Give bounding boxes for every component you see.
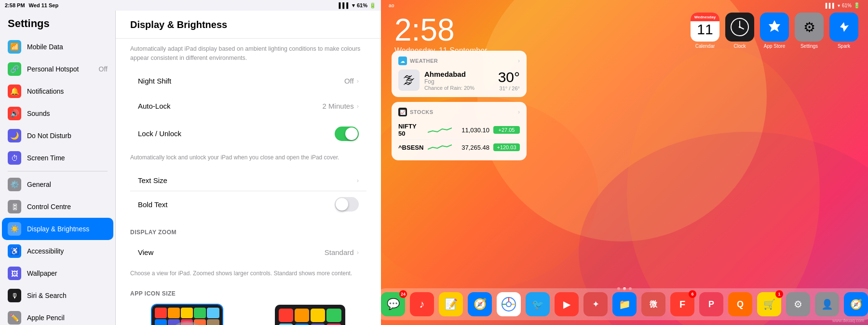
bigger-preview xyxy=(274,304,346,325)
stock-change-nifty: +27.05 xyxy=(493,126,520,134)
sidebar-label-notifications: Notifications xyxy=(27,87,108,95)
dock-app-appstore[interactable]: App Store xyxy=(760,13,789,49)
do-not-disturb-icon: 🌙 xyxy=(8,129,21,142)
dock-twitter[interactable]: 🐦 xyxy=(526,292,550,316)
dock-messages[interactable]: 💬 24 xyxy=(381,292,405,316)
sidebar-item-control-centre[interactable]: 🎛 Control Centre xyxy=(0,196,115,218)
auto-lock-label: Auto-Lock xyxy=(138,102,323,110)
dock-youtube[interactable]: ▶ xyxy=(555,292,579,316)
notes-icon: 📝 xyxy=(445,298,458,311)
qr-icon: Q xyxy=(737,299,744,310)
notifications-icon: 🔔 xyxy=(8,85,21,98)
bold-text-label: Bold Text xyxy=(138,200,335,209)
contacts-icon: 👤 xyxy=(821,298,833,310)
view-row[interactable]: View Standard › xyxy=(130,241,366,263)
stock-name-bsesn: ^BSESN xyxy=(398,144,424,151)
app-icon-option-bigger[interactable]: Bigger xyxy=(253,304,366,325)
auto-lock-row[interactable]: Auto-Lock 2 Minutes › xyxy=(130,96,366,117)
dock-qr[interactable]: Q xyxy=(728,292,752,316)
weather-widget-title: WEATHER xyxy=(410,58,515,64)
dock-safari-2[interactable]: 🧭 xyxy=(844,292,868,316)
stocks-widget[interactable]: 📈 STOCKS › NIFTY 50 11,030.10 +27.05 ^BS… xyxy=(392,102,527,160)
settings-status-bar: 2:58 PM Wed 11 Sep ▌▌▌ ▾ 61% 🔋 xyxy=(0,0,381,11)
dock-pocket[interactable]: P xyxy=(699,292,723,316)
dock-notes[interactable]: 📝 xyxy=(439,292,463,316)
status-right: ▌▌▌ ▾ 61% 🔋 xyxy=(339,2,376,9)
weather-widget[interactable]: ☁ WEATHER › 🌫 Ahmedabad Fog Chance of Ra… xyxy=(392,51,527,97)
lock-unlock-toggle[interactable] xyxy=(335,127,359,141)
music-icon: ♪ xyxy=(420,298,425,311)
dock-app-clock[interactable]: Clock xyxy=(725,13,754,49)
main-content-panel: Display & Brightness Automatically adapt… xyxy=(116,0,381,325)
dock-settings-bottom[interactable]: ⚙ xyxy=(786,292,810,316)
text-size-row[interactable]: Text Size › xyxy=(130,170,366,191)
stocks-widget-title: STOCKS xyxy=(410,109,515,115)
cart-badge: 1 xyxy=(775,290,783,298)
weather-info: Ahmedabad Fog Chance of Rain: 20% xyxy=(424,70,493,91)
sidebar-label-accessibility: Accessibility xyxy=(27,247,108,255)
appstore-icon xyxy=(760,13,789,42)
dock-flipboard[interactable]: F 6 xyxy=(670,292,694,316)
dock-app-spark[interactable]: Spark xyxy=(829,13,858,49)
app-icon-size-header: APP ICON SIZE xyxy=(116,283,381,299)
wifi-icon: ▾ xyxy=(352,2,355,9)
dock-app-settings-home[interactable]: ⚙ Settings xyxy=(795,13,824,49)
dock-workflow[interactable]: ✦ xyxy=(583,292,608,316)
workflow-icon: ✦ xyxy=(592,299,599,310)
dock-app-calendar[interactable]: Wednesday 11 Calendar xyxy=(691,13,719,49)
app-icon-options: More ✓ xyxy=(130,304,366,325)
sidebar-item-general[interactable]: ⚙️ General xyxy=(0,173,115,196)
settings-bottom-icon: ⚙ xyxy=(794,298,802,310)
sidebar-item-notifications[interactable]: 🔔 Notifications xyxy=(0,80,115,102)
text-settings-group: Text Size › Bold Text xyxy=(130,170,366,217)
text-size-chevron: › xyxy=(357,177,359,184)
app-icon-size-section: More ✓ xyxy=(116,304,381,325)
dock-safari[interactable]: 🧭 xyxy=(468,292,492,316)
sidebar-item-mobile-data[interactable]: 📶 Mobile Data xyxy=(0,36,115,58)
lock-unlock-description: Automatically lock and unlock your iPad … xyxy=(116,151,381,167)
battery-text: 61% xyxy=(357,2,367,8)
dock-files[interactable]: 📁 xyxy=(612,292,637,316)
widgets-area: ☁ WEATHER › 🌫 Ahmedabad Fog Chance of Ra… xyxy=(392,51,527,165)
wallpaper-icon: 🖼 xyxy=(8,267,21,280)
dock-weibo[interactable]: 微 xyxy=(641,292,665,316)
hotspot-value: Off xyxy=(99,65,108,73)
appstore-label: App Store xyxy=(764,43,785,49)
weather-condition: Fog xyxy=(424,78,493,85)
bold-text-toggle[interactable] xyxy=(335,197,359,212)
sidebar-label-do-not-disturb: Do Not Disturb xyxy=(27,132,108,140)
sidebar-item-accessibility[interactable]: ♿ Accessibility xyxy=(0,240,115,262)
sidebar-item-siri-search[interactable]: 🎙 Siri & Search xyxy=(0,284,115,307)
sidebar-item-apple-pencil[interactable]: ✏️ Apple Pencil xyxy=(0,307,115,325)
display-zoom-header: DISPLAY ZOOM xyxy=(116,221,381,238)
dock-cart[interactable]: 🛒 1 xyxy=(757,292,781,316)
sounds-icon: 🔊 xyxy=(8,107,21,120)
home-status-bar: ao ▌▌▌ ▾ 61% 🔋 xyxy=(381,0,868,11)
sidebar-item-screen-time[interactable]: ⏱ Screen Time xyxy=(0,147,115,169)
weather-temp: 30° xyxy=(498,69,520,85)
app-icon-option-more[interactable]: More ✓ xyxy=(130,304,244,325)
dock-chrome[interactable] xyxy=(497,292,521,316)
home-signal-icon: ▌▌▌ xyxy=(826,3,836,8)
dock-music[interactable]: ♪ xyxy=(410,292,434,316)
sidebar-item-wallpaper[interactable]: 🖼 Wallpaper xyxy=(0,262,115,284)
sidebar-item-sounds[interactable]: 🔊 Sounds xyxy=(0,102,115,125)
sidebar-label-screen-time: Screen Time xyxy=(27,154,108,162)
ipad-home-screen: ao ▌▌▌ ▾ 61% 🔋 2:58 Wednesday, 11 Septem… xyxy=(381,0,868,325)
night-shift-row[interactable]: Night Shift Off › xyxy=(130,71,366,92)
status-time: 2:58 PM xyxy=(5,2,25,8)
weather-range: 31° / 26° xyxy=(498,85,520,91)
stock-name-nifty: NIFTY 50 xyxy=(398,123,424,137)
weather-chevron: › xyxy=(518,57,520,64)
spark-icon xyxy=(829,13,858,42)
nifty-chart xyxy=(428,125,452,135)
sidebar-item-do-not-disturb[interactable]: 🌙 Do Not Disturb xyxy=(0,125,115,147)
dock-contacts[interactable]: 👤 xyxy=(815,292,839,316)
home-status-right: ▌▌▌ ▾ 61% 🔋 xyxy=(826,2,860,9)
sidebar-item-hotspot[interactable]: 🔗 Personal Hotspot Off xyxy=(0,58,115,80)
safari-icon: 🧭 xyxy=(474,298,487,311)
weather-widget-header: ☁ WEATHER › xyxy=(398,57,520,65)
bold-text-row: Bold Text xyxy=(130,191,366,217)
bottom-dock: 💬 24 ♪ 📝 🧭 🐦 xyxy=(381,288,868,320)
sidebar-item-display-brightness[interactable]: ☀️ Display & Brightness xyxy=(2,218,113,240)
